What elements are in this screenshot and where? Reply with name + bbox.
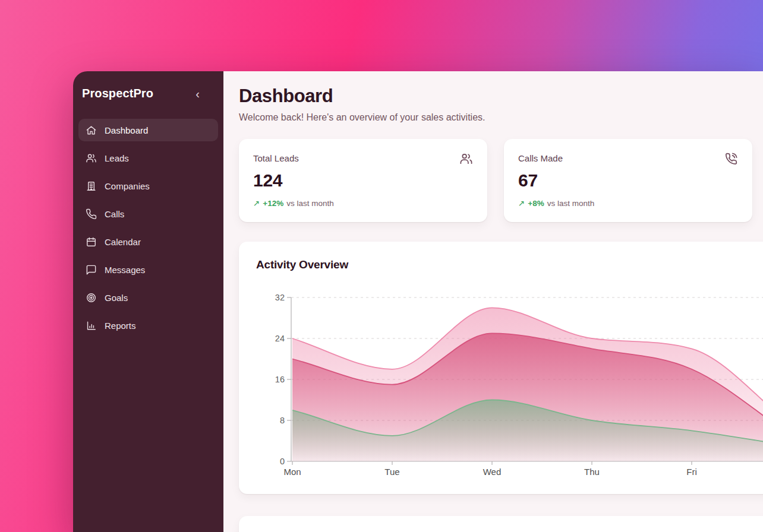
bar-chart-icon: [86, 320, 97, 331]
stat-label: Calls Made: [518, 153, 738, 163]
home-icon: [86, 125, 97, 136]
app-logo-text: ProspectPro: [82, 87, 153, 100]
main-content: Dashboard Welcome back! Here's an overvi…: [223, 71, 763, 532]
svg-text:24: 24: [275, 334, 285, 343]
building-icon: [86, 180, 97, 192]
delta-percent: +12%: [263, 199, 283, 208]
svg-text:0: 0: [280, 457, 285, 466]
svg-text:32: 32: [275, 293, 285, 302]
svg-text:8: 8: [280, 416, 285, 425]
sidebar: ProspectPro ‹ Dashboard Leads Companies …: [73, 71, 223, 532]
svg-text:Mon: Mon: [283, 467, 301, 477]
sidebar-item-label: Reports: [105, 321, 136, 331]
sidebar-item-label: Calls: [105, 209, 124, 219]
sidebar-header: ProspectPro ‹: [78, 87, 218, 100]
svg-text:16: 16: [275, 375, 285, 384]
sidebar-item-label: Companies: [105, 181, 150, 191]
phone-icon: [86, 208, 97, 220]
stat-value: 124: [253, 170, 473, 191]
sidebar-item-label: Goals: [105, 293, 128, 303]
activity-area-chart: 08162432MonTueWedThuFriSat: [239, 242, 763, 485]
trend-up-arrow-icon: ↗: [253, 198, 260, 208]
sidebar-item-label: Calendar: [105, 237, 141, 247]
sidebar-item-goals[interactable]: Goals: [78, 286, 218, 309]
sidebar-item-label: Messages: [105, 265, 145, 275]
message-icon: [86, 264, 97, 276]
stat-card-calls-made: Calls Made 67 ↗ +8% vs last month: [504, 139, 752, 222]
delta-suffix: vs last month: [286, 199, 334, 208]
svg-text:Fri: Fri: [686, 467, 697, 477]
sidebar-item-calls[interactable]: Calls: [78, 202, 218, 225]
sidebar-item-leads[interactable]: Leads: [78, 147, 218, 169]
svg-text:Wed: Wed: [483, 467, 502, 477]
sidebar-item-messages[interactable]: Messages: [78, 258, 218, 281]
trend-up-arrow-icon: ↗: [518, 198, 525, 208]
stats-row: Total Leads 124 ↗ +12% vs last month Cal…: [239, 139, 763, 222]
stat-card-total-leads: Total Leads 124 ↗ +12% vs last month: [239, 139, 487, 222]
users-icon: [459, 152, 473, 166]
stat-label: Total Leads: [253, 153, 473, 163]
page-title: Dashboard: [239, 86, 763, 107]
users-icon: [86, 153, 97, 164]
phone-call-icon: [724, 152, 738, 166]
sidebar-item-companies[interactable]: Companies: [78, 175, 218, 197]
activity-overview-card: Activity Overview 08162432MonTueWedThuFr…: [239, 242, 763, 494]
delta-percent: +8%: [528, 199, 544, 208]
stat-delta: ↗ +12% vs last month: [253, 198, 473, 208]
sidebar-item-calendar[interactable]: Calendar: [78, 230, 218, 253]
svg-text:Tue: Tue: [384, 467, 399, 477]
sidebar-item-label: Leads: [105, 153, 129, 163]
app-window: ProspectPro ‹ Dashboard Leads Companies …: [73, 71, 763, 532]
sidebar-item-reports[interactable]: Reports: [78, 314, 218, 337]
sidebar-nav: Dashboard Leads Companies Calls Calendar…: [78, 119, 218, 337]
sidebar-collapse-button[interactable]: ‹: [196, 88, 200, 100]
page-subtitle: Welcome back! Here's an overview of your…: [239, 112, 763, 123]
sidebar-item-dashboard[interactable]: Dashboard: [78, 119, 218, 141]
stat-delta: ↗ +8% vs last month: [518, 198, 738, 208]
sidebar-item-label: Dashboard: [105, 125, 148, 135]
calendar-icon: [86, 236, 97, 248]
delta-suffix: vs last month: [547, 199, 595, 208]
target-icon: [86, 292, 97, 303]
stat-value: 67: [518, 170, 738, 191]
partial-card-bottom: [239, 516, 763, 532]
svg-text:Thu: Thu: [584, 467, 600, 477]
